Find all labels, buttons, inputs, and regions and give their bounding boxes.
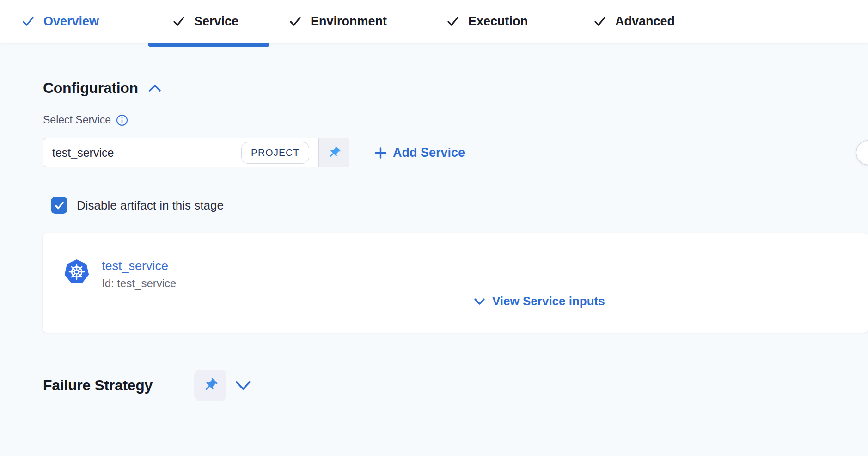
disable-artifact-row: Disable artifact in this stage [51, 197, 224, 214]
tab-label: Overview [43, 14, 99, 29]
tab-environment[interactable]: Environment [289, 0, 387, 43]
edge-collapse-button[interactable] [856, 140, 868, 165]
check-icon [446, 15, 459, 28]
check-icon [172, 15, 185, 28]
failure-strategy-pin-button[interactable] [194, 370, 226, 401]
failure-strategy-expand-button[interactable] [233, 378, 253, 392]
check-icon [22, 15, 35, 28]
service-select-group: PROJECT [43, 138, 349, 167]
check-icon [54, 200, 65, 211]
select-service-label: Select Service [43, 114, 111, 126]
stage-configuration-page: Overview Service Environment Execution A [0, 0, 868, 456]
pin-icon [202, 377, 218, 393]
failure-strategy-section: Failure Strategy [43, 370, 253, 401]
tab-overview[interactable]: Overview [22, 0, 99, 43]
check-icon [593, 15, 606, 28]
chevron-down-icon [473, 297, 486, 306]
plus-icon [374, 147, 387, 159]
pin-runtime-input-button[interactable] [318, 138, 349, 167]
service-select-input[interactable] [52, 146, 191, 160]
chevron-down-icon [233, 378, 253, 392]
scope-badge: PROJECT [241, 142, 309, 164]
add-service-label: Add Service [393, 146, 465, 160]
service-card: test_service Id: test_service View Servi… [43, 233, 868, 333]
top-divider [0, 4, 868, 4]
tab-label: Service [194, 14, 238, 29]
service-summary-text: test_service Id: test_service [102, 259, 176, 290]
stage-tab-bar: Overview Service Environment Execution A [0, 0, 868, 43]
add-service-button[interactable]: Add Service [374, 138, 465, 167]
configuration-title: Configuration [43, 80, 138, 97]
disable-artifact-checkbox[interactable] [51, 197, 67, 214]
pin-icon [327, 146, 341, 160]
service-select-field [43, 138, 241, 167]
tab-service[interactable]: Service [172, 0, 238, 43]
view-service-inputs-label: View Service inputs [492, 294, 605, 308]
info-icon[interactable] [116, 114, 128, 126]
active-tab-underline [148, 43, 269, 47]
tab-execution[interactable]: Execution [446, 0, 528, 43]
disable-artifact-label: Disable artifact in this stage [77, 198, 224, 213]
service-name-link[interactable]: test_service [102, 259, 176, 273]
tab-label: Environment [311, 14, 387, 29]
chevron-up-icon[interactable] [147, 83, 162, 93]
tab-label: Advanced [615, 14, 675, 29]
tab-advanced[interactable]: Advanced [593, 0, 675, 43]
kubernetes-icon [64, 259, 90, 285]
service-id-text: Id: test_service [102, 277, 176, 290]
select-service-label-row: Select Service [43, 114, 128, 126]
tab-label: Execution [468, 14, 528, 29]
failure-strategy-title: Failure Strategy [43, 377, 153, 394]
configuration-section-header: Configuration [43, 80, 162, 97]
view-service-inputs-button[interactable]: View Service inputs [473, 294, 605, 308]
service-summary: test_service Id: test_service [64, 259, 176, 290]
check-icon [289, 15, 302, 28]
